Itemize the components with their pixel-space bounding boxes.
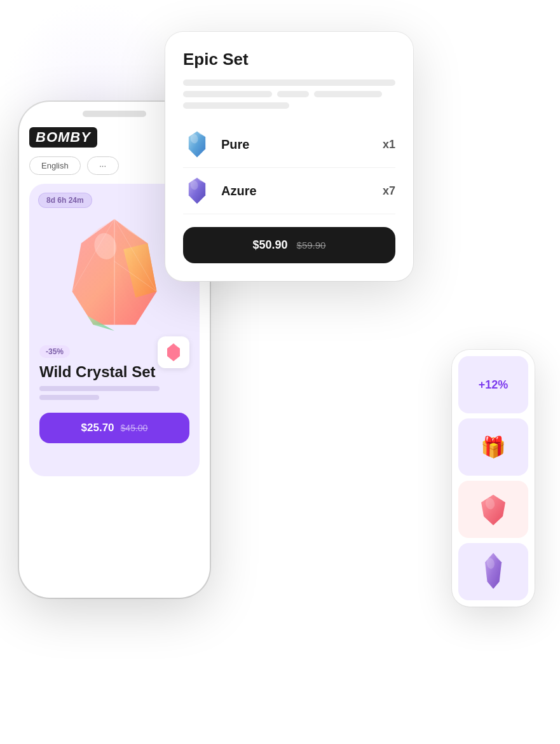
epic-buy-button[interactable]: $50.90 $59.90: [183, 227, 395, 263]
epic-set-title: Epic Set: [183, 50, 395, 69]
timer-badge: 8d 6h 24m: [38, 193, 92, 208]
epic-price-new: $50.90: [253, 238, 288, 252]
epic-desc-line-2c: [314, 91, 382, 97]
desc-line-1: [39, 386, 160, 391]
purple-crystal-item[interactable]: [458, 543, 528, 600]
epic-desc-line-1: [183, 79, 395, 86]
pure-crystal-icon: [183, 130, 211, 158]
crystal-item-pure: Pure x1: [183, 121, 395, 168]
pure-crystal-qty: x1: [383, 138, 395, 151]
svg-marker-23: [485, 553, 502, 588]
purple-crystal-mini-icon: [476, 551, 511, 593]
svg-marker-10: [167, 343, 180, 361]
epic-desc-line-2b: [277, 91, 309, 97]
epic-set-card: Epic Set Pure x1: [165, 32, 413, 281]
crystal-thumbnail[interactable]: [158, 336, 189, 368]
main-crystal-image: [60, 213, 168, 334]
red-crystal-item[interactable]: [458, 481, 528, 538]
svg-marker-20: [481, 495, 505, 525]
crystal-item-azure: Azure x7: [183, 168, 395, 214]
mini-panel: +12% 🎁: [452, 350, 535, 607]
azure-crystal-icon: [183, 177, 211, 205]
epic-price-old: $59.90: [297, 240, 326, 251]
price-new: $25.70: [81, 422, 114, 434]
azure-crystal-qty: x7: [383, 184, 395, 198]
logo-text: BOMBY: [29, 127, 97, 148]
phone-notch: [83, 111, 146, 117]
red-crystal-mini-icon: [476, 492, 511, 527]
pure-crystal-name: Pure: [221, 137, 383, 152]
second-button[interactable]: ···: [87, 156, 119, 175]
gift-item[interactable]: 🎁: [458, 418, 528, 476]
gift-icon: 🎁: [481, 435, 506, 459]
buy-button[interactable]: $25.70 $45.00: [39, 413, 189, 443]
desc-line-2: [39, 395, 99, 400]
bonus-text: +12%: [479, 378, 509, 392]
epic-desc-line-3: [183, 102, 289, 109]
product-description: [39, 386, 189, 400]
epic-desc-line-row: [183, 91, 395, 97]
epic-desc-line-2a: [183, 91, 272, 97]
discount-badge: -35%: [39, 345, 70, 358]
language-button[interactable]: English: [29, 156, 81, 175]
azure-crystal-name: Azure: [221, 184, 383, 198]
epic-description-lines: [183, 79, 395, 109]
bonus-item[interactable]: +12%: [458, 356, 528, 413]
price-old: $45.00: [121, 423, 148, 433]
